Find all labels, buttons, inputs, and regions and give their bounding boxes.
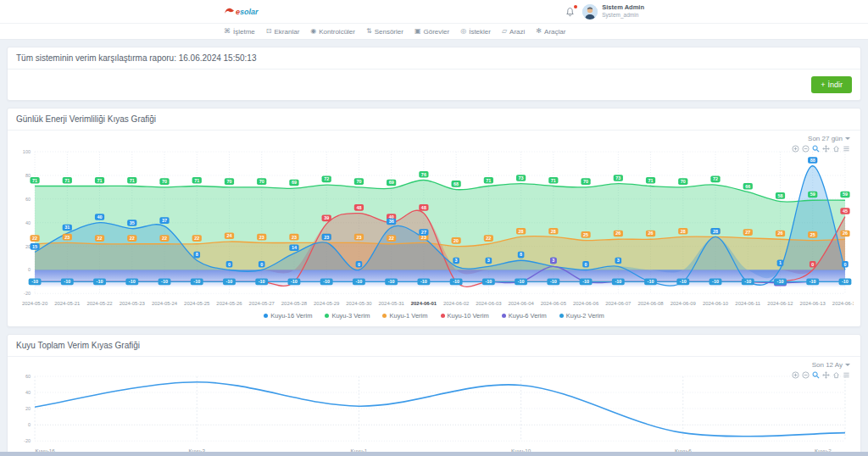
- zoom-in-icon[interactable]: [792, 371, 799, 379]
- svg-text:71: 71: [486, 178, 491, 183]
- svg-text:72: 72: [713, 176, 718, 181]
- nav-label: Arazi: [509, 28, 525, 36]
- svg-text:71: 71: [64, 178, 70, 183]
- legend-item[interactable]: Kuyu-10 Verim: [441, 312, 489, 320]
- pan-icon[interactable]: [822, 371, 830, 379]
- svg-text:-10: -10: [582, 279, 589, 284]
- nav-item-gorevler[interactable]: ▣Görevler: [415, 28, 449, 36]
- svg-text:-10: -10: [712, 279, 719, 284]
- user-menu[interactable]: Sistem Admin System_admin: [582, 4, 644, 19]
- requests-icon: ◎: [460, 28, 466, 35]
- svg-text:69: 69: [389, 180, 394, 185]
- zoom-in-icon[interactable]: [792, 145, 799, 153]
- user-name: Sistem Admin: [602, 4, 644, 12]
- svg-text:2024-05-28: 2024-05-28: [281, 301, 308, 306]
- legend-item[interactable]: Kuyu-1 Verim: [382, 312, 427, 320]
- nav-item-istekler[interactable]: ◎İstekler: [460, 28, 491, 36]
- svg-text:60: 60: [25, 374, 31, 379]
- pan-icon[interactable]: [822, 145, 830, 153]
- svg-text:-10: -10: [291, 279, 298, 284]
- svg-text:26: 26: [648, 231, 654, 236]
- legend-label: Kuyu-1 Verim: [389, 312, 427, 320]
- nav-item-isletme[interactable]: ⌘İşletme: [224, 28, 255, 36]
- svg-text:36: 36: [389, 219, 394, 224]
- nav-label: Görevler: [423, 28, 449, 36]
- logo-swoosh-icon: [224, 7, 235, 16]
- search-icon[interactable]: [812, 371, 820, 379]
- svg-text:40: 40: [97, 214, 103, 220]
- svg-text:3: 3: [552, 258, 554, 263]
- svg-text:2024-06-03: 2024-06-03: [476, 301, 502, 306]
- chevron-down-icon: [845, 364, 850, 366]
- top-header: esolar Si: [0, 0, 868, 24]
- zoom-out-icon[interactable]: [802, 371, 810, 379]
- legend-item[interactable]: Kuyu-16 Verim: [264, 312, 312, 320]
- svg-text:2024-06-02: 2024-06-02: [443, 301, 469, 306]
- daily-chart-svg[interactable]: 100806040200-207171717170717070697270697…: [14, 143, 854, 309]
- logo[interactable]: esolar: [224, 7, 259, 16]
- svg-text:70: 70: [681, 179, 686, 184]
- svg-text:28: 28: [681, 229, 686, 234]
- svg-text:25: 25: [810, 232, 815, 237]
- legend-item[interactable]: Kuyu-3 Verim: [325, 312, 370, 320]
- svg-text:58: 58: [777, 193, 782, 198]
- tools-icon: ✻: [536, 28, 542, 35]
- daily-range-select[interactable]: Son 27 gün: [808, 135, 850, 142]
- svg-text:-10: -10: [777, 279, 784, 284]
- svg-text:-10: -10: [680, 279, 687, 284]
- command-icon: ⌘: [224, 28, 231, 35]
- nav-item-araclar[interactable]: ✻Araçlar: [536, 28, 565, 36]
- notifications-bell-icon[interactable]: [565, 7, 575, 17]
- legend-label: Kuyu-10 Verim: [448, 312, 489, 320]
- svg-text:0: 0: [228, 262, 231, 267]
- svg-text:-10: -10: [323, 279, 330, 284]
- daily-legend: Kuyu-16 VerimKuyu-3 VerimKuyu-1 VerimKuy…: [14, 309, 854, 323]
- svg-text:2024-05-31: 2024-05-31: [379, 301, 404, 306]
- svg-text:28: 28: [713, 229, 718, 234]
- total-chart-svg[interactable]: 6040200-20Kuyu-16Kuyu-3Kuyu-1Kuyu-10Kuyu…: [14, 370, 854, 456]
- download-button[interactable]: + İndir: [811, 76, 852, 93]
- menu-icon[interactable]: [843, 371, 850, 379]
- svg-text:-10: -10: [356, 279, 363, 284]
- svg-text:2024-06-07: 2024-06-07: [605, 301, 631, 306]
- legend-item[interactable]: Kuyu-2 Verim: [559, 312, 604, 320]
- search-icon[interactable]: [812, 145, 820, 153]
- svg-text:0: 0: [358, 262, 360, 267]
- svg-text:0: 0: [811, 262, 814, 267]
- home-icon[interactable]: [832, 371, 840, 379]
- nav-item-sensorler[interactable]: ⇅Sensörler: [366, 28, 403, 36]
- avatar: [582, 4, 598, 19]
- svg-text:68: 68: [453, 181, 459, 186]
- svg-text:-10: -10: [420, 279, 427, 284]
- legend-item[interactable]: Kuyu-6 Verim: [502, 312, 547, 320]
- report-title: Tüm sisteminin verim karşılaştırma rapor…: [8, 47, 860, 70]
- svg-text:-10: -10: [550, 279, 557, 284]
- svg-text:2024-05-25: 2024-05-25: [184, 301, 210, 306]
- main-nav: ⌘İşletme ⊡Ekranlar ◉Kontrolcüler ⇅Sensör…: [0, 24, 868, 40]
- svg-text:70: 70: [583, 179, 588, 184]
- menu-icon[interactable]: [843, 145, 850, 153]
- svg-text:-10: -10: [193, 279, 200, 284]
- nav-item-arazi[interactable]: ▱Arazi: [502, 28, 525, 36]
- svg-text:3: 3: [455, 258, 458, 263]
- svg-text:3: 3: [617, 258, 620, 263]
- home-icon[interactable]: [832, 145, 840, 153]
- nav-item-kontrolculer[interactable]: ◉Kontrolcüler: [310, 28, 355, 36]
- svg-text:-10: -10: [129, 279, 136, 284]
- svg-text:8: 8: [520, 252, 522, 257]
- svg-text:2024-06-05: 2024-06-05: [541, 301, 567, 306]
- svg-text:2024-06-01: 2024-06-01: [411, 301, 437, 306]
- svg-text:72: 72: [324, 176, 329, 181]
- legend-dot: [441, 314, 445, 318]
- svg-text:70: 70: [259, 179, 264, 184]
- svg-text:15: 15: [32, 244, 37, 249]
- svg-text:14: 14: [292, 245, 297, 250]
- svg-text:28: 28: [551, 229, 556, 234]
- nav-item-ekranlar[interactable]: ⊡Ekranlar: [266, 28, 300, 36]
- svg-text:23: 23: [324, 235, 329, 240]
- svg-text:-10: -10: [518, 279, 525, 284]
- svg-text:20: 20: [453, 238, 459, 243]
- zoom-out-icon[interactable]: [802, 145, 810, 153]
- total-range-select[interactable]: Son 12 Ay: [812, 361, 850, 369]
- svg-text:71: 71: [130, 178, 135, 183]
